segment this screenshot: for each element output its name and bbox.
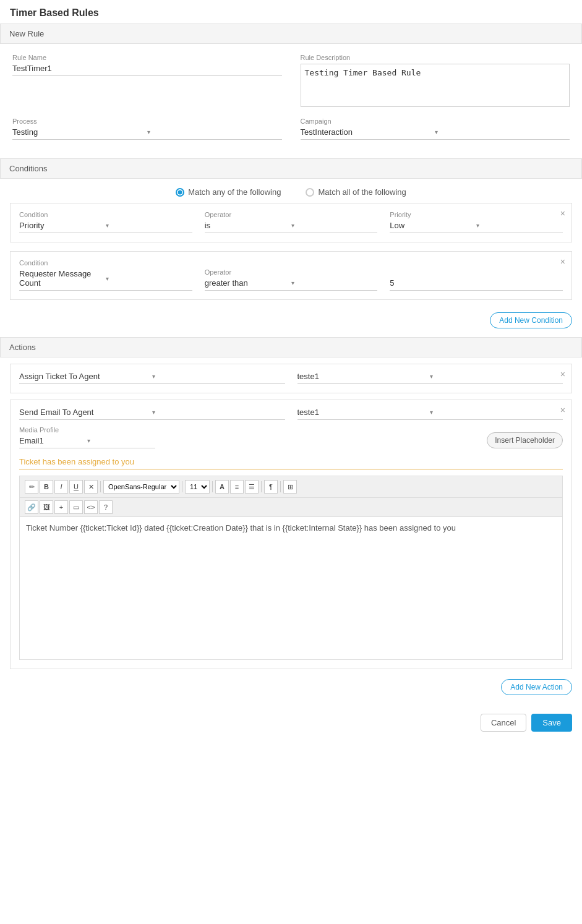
- actions-header: Actions: [0, 337, 582, 357]
- toolbar-font-select[interactable]: OpenSans-Regular: [103, 480, 179, 494]
- action2-type-dropdown[interactable]: Send Email To Agent ▾: [19, 408, 285, 420]
- match-any-option[interactable]: Match any of the following: [176, 187, 281, 197]
- toolbar-italic-btn[interactable]: I: [54, 480, 68, 494]
- cond1-condition-chevron-icon: ▾: [106, 222, 192, 229]
- cond2-operator-chevron-icon: ▾: [291, 280, 378, 286]
- action2-agent-chevron-icon: ▾: [430, 409, 563, 416]
- media-profile-label: Media Profile: [19, 426, 487, 434]
- match-any-radio[interactable]: [176, 188, 184, 197]
- toolbar-link-btn[interactable]: 🔗: [25, 500, 38, 514]
- action1-agent-chevron-icon: ▾: [430, 373, 563, 380]
- toolbar-image-btn[interactable]: 🖼: [40, 500, 53, 514]
- rule-name-label: Rule Name: [12, 54, 282, 61]
- action1-agent-dropdown[interactable]: teste1 ▾: [297, 372, 563, 384]
- email-subject-input[interactable]: [19, 455, 563, 469]
- toolbar-code-btn[interactable]: <>: [84, 500, 98, 514]
- action2-type-value: Send Email To Agent: [19, 408, 152, 417]
- cancel-button[interactable]: Cancel: [481, 714, 526, 732]
- process-chevron-icon: ▾: [147, 129, 282, 135]
- cond2-operator-value: greater than: [205, 278, 291, 288]
- rule-desc-input[interactable]: [301, 64, 570, 107]
- action1-type-chevron-icon: ▾: [152, 373, 285, 380]
- toolbar-underline-btn[interactable]: U: [69, 480, 83, 494]
- action2-agent-value: teste1: [297, 408, 430, 417]
- match-row: Match any of the following Match all of …: [0, 179, 582, 203]
- cond1-condition-value: Priority: [19, 221, 106, 230]
- action-card-2: × Send Email To Agent ▾ teste1 ▾ Media P…: [10, 400, 572, 669]
- toolbar-sep5: [280, 481, 281, 492]
- toolbar-indent-btn[interactable]: ¶: [264, 480, 278, 494]
- cond2-condition-label: Condition: [19, 259, 192, 267]
- action-card-1: × Assign Ticket To Agent ▾ teste1 ▾: [10, 364, 572, 393]
- footer-actions: Cancel Save: [0, 704, 582, 738]
- match-all-label: Match all of the following: [318, 187, 406, 197]
- cond1-operator-dropdown[interactable]: is ▾: [205, 221, 378, 233]
- add-action-row: Add New Action: [0, 675, 582, 704]
- add-action-button[interactable]: Add New Action: [501, 679, 572, 695]
- match-any-label: Match any of the following: [188, 187, 281, 197]
- new-rule-header: New Rule: [0, 24, 582, 44]
- cond1-value-label: Priority: [390, 211, 563, 218]
- match-all-radio[interactable]: [306, 188, 314, 197]
- media-profile-chevron-icon: ▾: [87, 437, 155, 444]
- action2-agent-dropdown[interactable]: teste1 ▾: [297, 408, 563, 420]
- toolbar-help-btn[interactable]: ?: [99, 500, 113, 514]
- cond1-value-chevron-icon: ▾: [476, 222, 563, 229]
- action2-type-chevron-icon: ▾: [152, 409, 285, 416]
- match-all-option[interactable]: Match all of the following: [306, 187, 406, 197]
- condition-card-2: × Condition Requester Message Count ▾ Op…: [10, 251, 572, 300]
- editor-toolbar-row2: 🔗 🖼 + ▭ <> ?: [20, 498, 562, 517]
- rule-desc-label: Rule Description: [301, 54, 570, 61]
- media-profile-row: Media Profile Email1 ▾ Insert Placeholde…: [19, 426, 563, 448]
- cond1-operator-label: Operator: [205, 211, 378, 218]
- toolbar-sep2: [182, 481, 182, 492]
- process-dropdown[interactable]: Testing ▾: [12, 127, 282, 140]
- cond2-condition-chevron-icon: ▾: [106, 275, 192, 282]
- action1-type-dropdown[interactable]: Assign Ticket To Agent ▾: [19, 372, 285, 384]
- campaign-chevron-icon: ▾: [435, 129, 570, 135]
- cond2-operator-label: Operator: [205, 268, 378, 276]
- campaign-dropdown[interactable]: TestInteraction ▾: [301, 127, 570, 140]
- campaign-value: TestInteraction: [301, 127, 435, 137]
- toolbar-frame-btn[interactable]: ▭: [69, 500, 83, 514]
- toolbar-unordered-list-btn[interactable]: ≡: [230, 480, 244, 494]
- cond1-value-dropdown[interactable]: Low ▾: [390, 221, 563, 233]
- cond2-value-input[interactable]: 5: [390, 278, 563, 291]
- toolbar-fontsize-select[interactable]: 11: [185, 480, 210, 494]
- toolbar-sep4: [261, 481, 262, 492]
- editor-body[interactable]: Ticket Number {{ticket:Ticket Id}} dated…: [20, 517, 562, 659]
- condition-card-1: × Condition Priority ▾ Operator is ▾ Pri…: [10, 203, 572, 242]
- toolbar-pen-btn[interactable]: ✏: [25, 480, 38, 494]
- add-condition-row: Add New Condition: [0, 309, 582, 337]
- cond2-condition-dropdown[interactable]: Requester Message Count ▾: [19, 269, 192, 291]
- editor-toolbar-row1: ✏ B I U ✕ OpenSans-Regular 11 A ≡ ☰ ¶ ⊞: [20, 476, 562, 498]
- action1-type-value: Assign Ticket To Agent: [19, 372, 152, 381]
- campaign-label: Campaign: [301, 118, 570, 125]
- condition-2-close-btn[interactable]: ×: [560, 257, 565, 267]
- toolbar-add-btn[interactable]: +: [54, 500, 68, 514]
- action-1-close-btn[interactable]: ×: [560, 369, 565, 379]
- condition-1-close-btn[interactable]: ×: [560, 208, 565, 218]
- save-button[interactable]: Save: [531, 714, 572, 732]
- cond1-condition-label: Condition: [19, 211, 192, 218]
- cond1-operator-value: is: [205, 221, 291, 230]
- toolbar-fontcolor-btn[interactable]: A: [215, 480, 229, 494]
- toolbar-table-btn[interactable]: ⊞: [283, 480, 297, 494]
- page-title: Timer Based Rules: [0, 0, 582, 24]
- toolbar-bold-btn[interactable]: B: [40, 480, 53, 494]
- cond1-value-value: Low: [390, 221, 476, 230]
- insert-placeholder-button[interactable]: Insert Placeholder: [487, 432, 563, 448]
- add-condition-button[interactable]: Add New Condition: [490, 312, 572, 328]
- action-2-close-btn[interactable]: ×: [560, 405, 565, 415]
- cond1-condition-dropdown[interactable]: Priority ▾: [19, 221, 192, 233]
- rule-name-value: TestTimer1: [12, 64, 282, 76]
- toolbar-ordered-list-btn[interactable]: ☰: [245, 480, 259, 494]
- toolbar-clear-btn[interactable]: ✕: [84, 480, 98, 494]
- process-label: Process: [12, 118, 282, 125]
- toolbar-sep1: [100, 481, 101, 492]
- action1-agent-value: teste1: [297, 372, 430, 381]
- conditions-header: Conditions: [0, 158, 582, 179]
- toolbar-sep3: [212, 481, 213, 492]
- cond2-operator-dropdown[interactable]: greater than ▾: [205, 278, 378, 291]
- media-profile-dropdown[interactable]: Email1 ▾: [19, 436, 155, 448]
